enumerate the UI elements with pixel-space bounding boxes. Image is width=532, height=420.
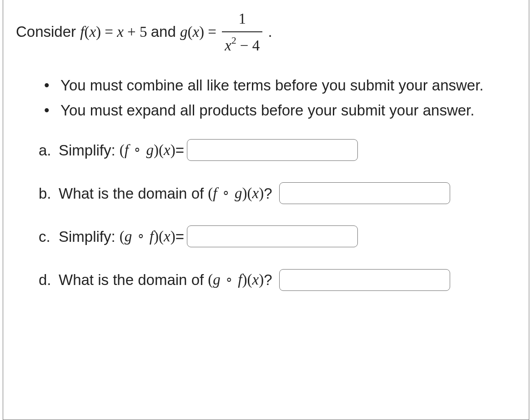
question-text: Simplify: [59,225,115,248]
answer-input-c[interactable] [187,225,358,247]
question-text: What is the domain of [59,268,204,291]
g-name: g [180,24,188,40]
question-panel: Consider f(x) = x + 5 and g(x) = 1 x2 − … [3,0,529,420]
question-label: c. [39,225,59,248]
compose-icon: ∘ [132,142,142,156]
instruction-item: You must combine all like terms before y… [44,74,516,97]
answer-input-b[interactable] [279,182,450,204]
question-b: b. What is the domain of (f ∘ g)(x) ? [39,182,516,205]
question-label: b. [39,182,59,205]
compose-icon: ∘ [221,185,231,199]
answer-input-a[interactable] [187,139,358,161]
question-text: Simplify: [59,139,115,162]
question-text: What is the domain of [59,182,204,205]
question-d: d. What is the domain of (g ∘ f)(x) ? [39,268,516,291]
question-list: a. Simplify: (f ∘ g)(x) = b. What is the… [39,139,516,292]
instruction-item: You must expand all products before your… [44,99,516,122]
instruction-list: You must combine all like terms before y… [44,74,516,122]
question-label: d. [39,268,59,291]
question-a: a. Simplify: (f ∘ g)(x) = [39,139,516,162]
compose-icon: ∘ [136,228,146,242]
compose-icon: ∘ [224,272,234,286]
problem-statement: Consider f(x) = x + 5 and g(x) = 1 x2 − … [16,8,516,58]
question-c: c. Simplify: (g ∘ f)(x) = [39,225,516,248]
answer-input-d[interactable] [279,269,450,291]
fraction: 1 x2 − 4 [222,7,262,57]
intro-lead: Consider [16,23,80,40]
question-label: a. [39,139,59,162]
